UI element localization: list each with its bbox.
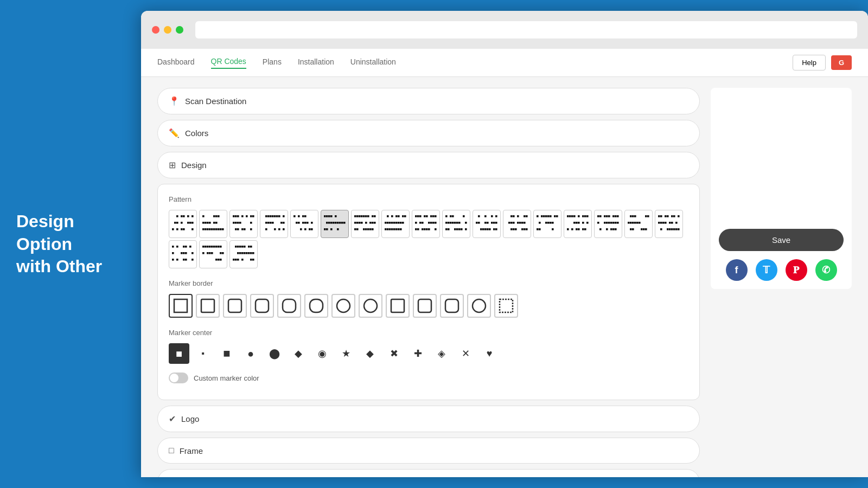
svg-rect-83 <box>309 228 311 230</box>
save-button[interactable]: Save <box>719 229 844 251</box>
twitter-share-button[interactable]: 𝕋 <box>756 259 777 281</box>
pinterest-share-button[interactable]: 𝐏 <box>786 259 807 281</box>
svg-rect-230 <box>545 215 547 217</box>
marker-border-cell[interactable] <box>169 294 193 318</box>
svg-rect-159 <box>419 222 422 224</box>
pattern-cell[interactable] <box>655 210 683 238</box>
svg-rect-22 <box>207 222 209 224</box>
pattern-cell[interactable] <box>442 210 470 238</box>
svg-rect-277 <box>617 222 619 224</box>
marker-border-cell[interactable] <box>196 294 220 318</box>
sidebar-item-uninstallation[interactable]: Uninstallation <box>350 57 396 68</box>
help-button[interactable]: Help <box>793 55 826 70</box>
pattern-cell[interactable] <box>321 210 349 238</box>
pattern-cell[interactable] <box>229 210 258 238</box>
svg-rect-271 <box>604 222 606 224</box>
sidebar-item-qrcodes[interactable]: QR Codes <box>211 57 246 69</box>
minimize-icon[interactable] <box>164 26 171 34</box>
pattern-cell[interactable] <box>199 210 227 238</box>
accordion-options[interactable]: ≡ Options <box>157 469 700 477</box>
marker-border-cell[interactable] <box>359 294 382 318</box>
sidebar-item-dashboard[interactable]: Dashboard <box>157 57 195 68</box>
marker-border-cell[interactable] <box>494 294 518 318</box>
svg-rect-3 <box>187 215 189 217</box>
marker-center-cell[interactable]: ✚ <box>407 343 428 364</box>
svg-rect-58 <box>276 215 278 217</box>
marker-border-cell[interactable] <box>413 294 437 318</box>
accordion-design[interactable]: ⊞ Design <box>157 152 700 178</box>
svg-rect-261 <box>584 228 586 230</box>
accordion-colors[interactable]: ✏️ Colors <box>157 120 700 146</box>
marker-border-cell[interactable] <box>250 294 274 318</box>
pattern-cell[interactable] <box>260 210 288 238</box>
svg-rect-157 <box>435 215 437 217</box>
pattern-cell[interactable] <box>564 210 592 238</box>
pattern-cell[interactable] <box>169 210 197 238</box>
marker-center-cell[interactable]: ◆ <box>288 343 309 364</box>
address-bar[interactable] <box>195 21 857 38</box>
custom-marker-switch[interactable] <box>169 373 188 383</box>
marker-border-cell[interactable] <box>467 294 491 318</box>
marker-border-cell[interactable] <box>304 294 328 318</box>
svg-rect-74 <box>304 215 307 217</box>
pattern-cell[interactable] <box>351 210 379 238</box>
pattern-cell[interactable] <box>533 210 561 238</box>
marker-center-cell[interactable]: ♥ <box>479 343 500 364</box>
marker-border-cell[interactable] <box>386 294 410 318</box>
sidebar-item-plans[interactable]: Plans <box>263 57 282 68</box>
marker-center-cell[interactable]: ◆ <box>360 343 380 364</box>
whatsapp-share-button[interactable]: ✆ <box>815 259 837 281</box>
svg-rect-254 <box>582 222 584 224</box>
marker-center-cell[interactable]: ✕ <box>455 343 476 364</box>
svg-rect-194 <box>495 215 497 217</box>
svg-rect-245 <box>571 215 573 217</box>
accordion-logo[interactable]: ✔ Logo <box>157 406 700 432</box>
pattern-cell[interactable] <box>381 210 410 238</box>
pattern-cell[interactable] <box>624 210 653 238</box>
marker-border-cell[interactable] <box>277 294 301 318</box>
pattern-cell[interactable] <box>594 210 622 238</box>
close-icon[interactable] <box>152 26 159 34</box>
marker-center-cell[interactable]: ● <box>240 343 261 364</box>
svg-rect-278 <box>599 228 602 230</box>
marker-center-cell[interactable]: ✖ <box>384 343 404 364</box>
g-button[interactable]: G <box>831 55 852 70</box>
maximize-icon[interactable] <box>176 26 183 34</box>
svg-rect-225 <box>524 228 526 230</box>
svg-rect-166 <box>417 228 419 230</box>
pattern-cell[interactable] <box>412 210 440 238</box>
marker-center-cell[interactable]: ◉ <box>312 343 333 364</box>
svg-rect-63 <box>270 222 272 224</box>
marker-center-cell[interactable]: ⬤ <box>264 343 285 364</box>
pattern-cell[interactable] <box>229 240 258 268</box>
svg-rect-84 <box>311 228 313 230</box>
svg-rect-38 <box>237 215 239 217</box>
marker-center-cell[interactable]: ■ <box>169 343 189 364</box>
svg-rect-342 <box>218 246 220 248</box>
svg-rect-105 <box>359 215 361 217</box>
pattern-cell[interactable] <box>503 210 531 238</box>
svg-rect-217 <box>517 222 519 224</box>
pattern-cell[interactable] <box>169 240 197 268</box>
marker-center-cell[interactable]: ■ <box>216 343 237 364</box>
pattern-cell[interactable] <box>290 210 318 238</box>
svg-rect-89 <box>335 215 337 217</box>
accordion-scan-destination[interactable]: 📍 Scan Destination <box>157 88 700 114</box>
check-icon: ✔ <box>169 414 176 424</box>
marker-border-cell[interactable] <box>223 294 247 318</box>
accordion-frame[interactable]: □ Frame <box>157 438 700 464</box>
marker-border-cell[interactable] <box>331 294 355 318</box>
marker-center-cell[interactable]: ★ <box>336 343 356 364</box>
marker-border-cell[interactable] <box>440 294 464 318</box>
marker-center-cell[interactable]: ◈ <box>431 343 452 364</box>
sidebar-item-installation[interactable]: Installation <box>298 57 334 68</box>
main-content: 📍 Scan Destination ✏️ Colors ⊞ Design Pa… <box>141 77 868 477</box>
svg-rect-108 <box>365 215 367 217</box>
svg-rect-1 <box>181 215 183 217</box>
svg-rect-176 <box>445 222 448 224</box>
pattern-cell[interactable] <box>199 240 227 268</box>
svg-rect-269 <box>617 215 619 217</box>
facebook-share-button[interactable]: f <box>726 259 748 281</box>
marker-center-cell[interactable]: ▪ <box>193 343 213 364</box>
pattern-cell[interactable] <box>473 210 501 238</box>
